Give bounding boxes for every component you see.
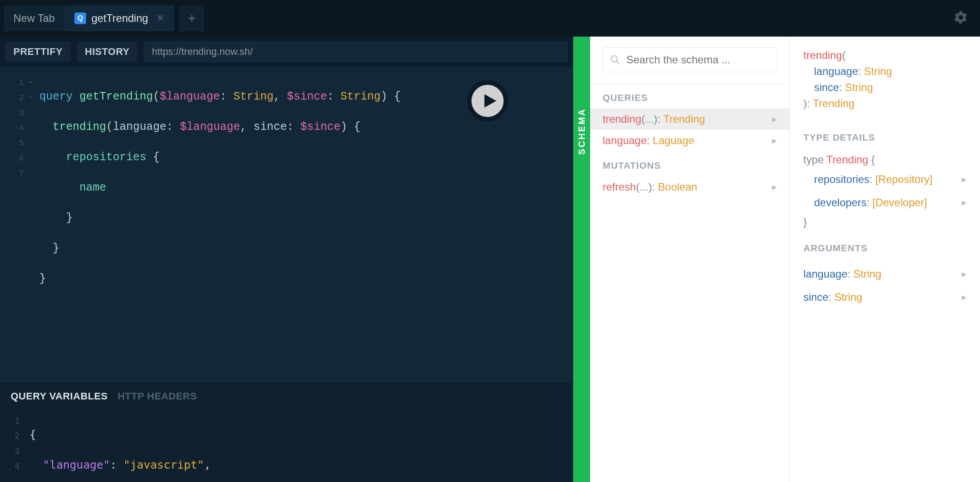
query-badge-icon: Q [74, 12, 86, 24]
schema-browser: QUERIES trending(...): Trending ▶ langua… [590, 37, 790, 482]
queries-heading: QUERIES [590, 83, 790, 108]
field-developers[interactable]: developers: [Developer] ▶ [803, 191, 967, 214]
variables-editor[interactable]: 1 2 3 4 { "language": "javascript", "sin… [0, 409, 573, 482]
prettify-button[interactable]: PRETTIFY [5, 42, 70, 62]
schema-search-input[interactable] [603, 47, 777, 72]
query-item-trending[interactable]: trending(...): Trending ▶ [590, 108, 790, 130]
toolbar: PRETTIFY HISTORY [0, 37, 573, 67]
tab-query-variables[interactable]: QUERY VARIABLES [11, 391, 108, 402]
signature-block: trending( language: String since: String… [803, 47, 967, 112]
field-repositories[interactable]: repositories: [Repository] ▶ [803, 168, 967, 191]
variables-panel: QUERY VARIABLES HTTP HEADERS 1 2 3 4 { "… [0, 383, 573, 482]
line-gutter: 1 2 3 4 5 6 7 [0, 74, 24, 383]
tab-bar: New Tab Q getTrending ✕ [0, 0, 980, 37]
schema-panel: QUERIES trending(...): Trending ▶ langua… [590, 37, 980, 482]
gear-icon [953, 10, 968, 25]
svg-marker-2 [484, 94, 496, 108]
plus-icon [187, 13, 197, 23]
schema-label: SCHEMA [577, 108, 587, 155]
chevron-right-icon: ▶ [962, 289, 967, 305]
type-def-open: type Trending { [803, 152, 967, 168]
schema-toggle[interactable]: SCHEMA [573, 37, 590, 482]
mutations-heading: MUTATIONS [590, 151, 790, 176]
svg-line-4 [616, 61, 619, 64]
add-tab-button[interactable] [179, 5, 204, 31]
argument-since[interactable]: since: String ▶ [803, 286, 967, 309]
chevron-right-icon: ▶ [962, 171, 967, 187]
settings-button[interactable] [953, 10, 968, 27]
endpoint-input[interactable] [144, 41, 568, 62]
tab-active-label: getTrending [91, 12, 148, 25]
tab-http-headers[interactable]: HTTP HEADERS [118, 391, 197, 402]
vars-gutter: 1 2 3 4 [0, 412, 20, 482]
play-icon [480, 92, 498, 110]
arguments-heading: ARGUMENTS [803, 230, 967, 262]
editor-column: PRETTIFY HISTORY 1 2 3 4 5 6 7 query get… [0, 37, 573, 482]
type-details-heading: TYPE DETAILS [803, 120, 967, 152]
history-button[interactable]: HISTORY [77, 42, 137, 62]
chevron-right-icon: ▶ [772, 183, 777, 191]
chevron-right-icon: ▶ [772, 116, 777, 123]
type-def-close: } [803, 214, 967, 230]
svg-point-3 [611, 56, 617, 62]
search-icon [610, 54, 620, 65]
execute-button[interactable] [467, 80, 508, 121]
chevron-right-icon: ▶ [962, 195, 967, 211]
chevron-right-icon: ▶ [962, 266, 967, 282]
vars-body[interactable]: { "language": "javascript", "since":"dai… [20, 412, 573, 482]
schema-details: trending( language: String since: String… [790, 37, 980, 482]
tab-new-label: New Tab [13, 12, 55, 25]
query-item-language[interactable]: language: Laguage ▶ [590, 130, 790, 151]
close-icon[interactable]: ✕ [156, 12, 164, 24]
argument-language[interactable]: language: String ▶ [803, 262, 967, 286]
chevron-right-icon: ▶ [772, 137, 777, 144]
tab-active[interactable]: Q getTrending ✕ [65, 5, 174, 31]
mutation-item-refresh[interactable]: refresh(...): Boolean ▶ [590, 176, 790, 198]
tab-new[interactable]: New Tab [4, 5, 65, 31]
